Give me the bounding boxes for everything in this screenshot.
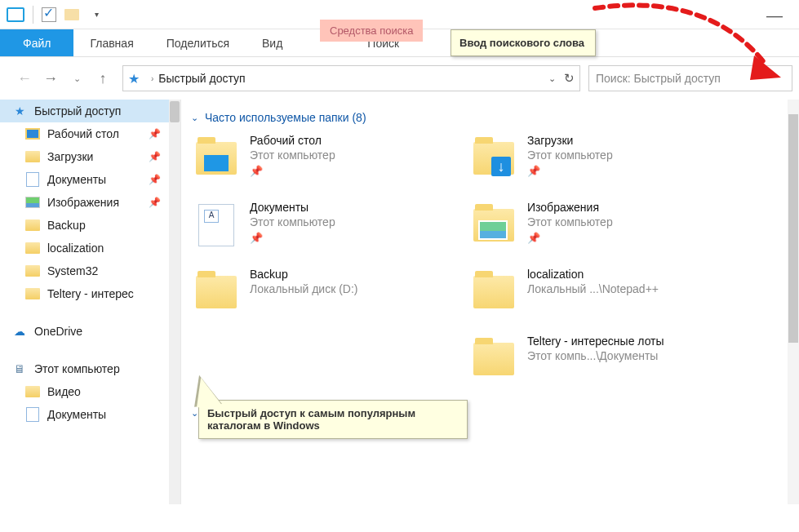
folder-icon: [24, 218, 41, 233]
app-icon[interactable]: [5, 4, 26, 25]
pin-icon: 📌: [527, 165, 613, 177]
folder-grid: Рабочий стол Этот компьютер 📌 Загрузки Э…: [191, 134, 799, 401]
sidebar-scrollbar[interactable]: [169, 100, 180, 504]
breadcrumb[interactable]: Быстрый доступ: [158, 72, 245, 85]
address-bar[interactable]: ★ › Быстрый доступ ⌄ ↻: [122, 65, 580, 91]
pin-icon: 📌: [149, 151, 161, 162]
tab-share[interactable]: Поделиться: [150, 29, 246, 56]
folder-icon: [191, 268, 242, 317]
sidebar-item-label: Документы: [47, 173, 106, 186]
qat-customize-button[interactable]: ▾: [84, 4, 105, 25]
sidebar-this-pc[interactable]: 🖥 Этот компьютер: [0, 357, 180, 380]
main-area: ★ Быстрый доступ Рабочий стол 📌 Загрузки…: [0, 100, 799, 504]
sidebar-item-downloads[interactable]: Загрузки 📌: [0, 145, 180, 168]
qat-newfolder-button[interactable]: [61, 4, 82, 25]
search-tools-context-label: Средства поиска: [320, 20, 423, 42]
pin-icon: 📌: [149, 174, 161, 185]
sidebar-item-label: System32: [47, 264, 98, 277]
star-icon: ★: [11, 104, 28, 118]
address-dropdown-icon[interactable]: ⌄: [548, 73, 556, 84]
tile-name: Teltery - интересные лоты: [527, 335, 664, 348]
tile-name: Документы: [250, 201, 335, 214]
folder-icon: [24, 241, 41, 255]
group-label: Часто используемые папки (8): [205, 111, 366, 124]
desktop-icon: [24, 126, 41, 141]
sidebar-item-label: localization: [47, 242, 104, 255]
tile-teltery[interactable]: Teltery - интересные лоты Этот компь...\…: [468, 335, 746, 383]
tile-sub: Этот компь...\Документы: [527, 349, 664, 362]
this-pc-icon: 🖥: [11, 361, 28, 376]
pin-icon: 📌: [527, 232, 613, 244]
navigation-bar: ← → ⌄ ↑ ★ › Быстрый доступ ⌄ ↻ Поиск: Бы…: [0, 57, 799, 100]
sidebar-item-documents[interactable]: Документы 📌: [0, 168, 180, 191]
documents-folder-icon: [191, 201, 242, 250]
navigation-pane: ★ Быстрый доступ Рабочий стол 📌 Загрузки…: [0, 100, 181, 504]
downloads-folder-icon: [468, 134, 519, 183]
chevron-down-icon: ⌄: [191, 113, 198, 123]
group-frequent-header[interactable]: ⌄ Часто используемые папки (8): [191, 106, 799, 134]
nav-back-button[interactable]: ←: [13, 67, 36, 90]
tile-sub: Локальный диск (D:): [250, 282, 358, 295]
tab-file[interactable]: Файл: [0, 29, 73, 56]
tile-localization[interactable]: localization Локальный ...\Notepad++: [468, 268, 746, 317]
tile-desktop[interactable]: Рабочий стол Этот компьютер 📌: [191, 134, 468, 183]
sidebar-item-localization[interactable]: localization: [0, 237, 180, 259]
tile-sub: Локальный ...\Notepad++: [527, 282, 659, 295]
sidebar-item-label: Teltery - интерес: [47, 287, 134, 300]
sidebar-item-label: Изображения: [47, 196, 119, 209]
tile-name: Изображения: [527, 201, 613, 214]
tab-home[interactable]: Главная: [73, 29, 149, 56]
documents-icon: [24, 172, 41, 187]
folder-icon: [468, 268, 519, 317]
sidebar-item-label: Рабочий стол: [47, 127, 119, 140]
tile-name: Рабочий стол: [250, 134, 335, 147]
tile-pictures[interactable]: Изображения Этот компьютер 📌: [468, 201, 746, 250]
pin-icon: 📌: [250, 232, 335, 244]
downloads-icon: [24, 149, 41, 164]
sidebar-item-label: Быстрый доступ: [34, 104, 121, 117]
tile-sub: Этот компьютер: [250, 149, 335, 162]
pin-icon: 📌: [149, 128, 161, 140]
tile-sub: Этот компьютер: [527, 215, 613, 228]
sidebar-item-backup[interactable]: Backup: [0, 214, 180, 237]
refresh-icon[interactable]: ↻: [564, 71, 575, 86]
nav-up-button[interactable]: ↑: [91, 67, 114, 90]
content-pane: ⌄ Часто используемые папки (8) Рабочий с…: [181, 100, 799, 504]
sidebar-item-label: Видео: [47, 385, 81, 398]
sidebar-item-label: OneDrive: [34, 325, 82, 338]
tile-name: Backup: [250, 268, 358, 281]
sidebar-quick-access[interactable]: ★ Быстрый доступ: [0, 100, 180, 122]
tile-name: localization: [527, 268, 659, 281]
sidebar-onedrive[interactable]: ☁ OneDrive: [0, 320, 180, 343]
pin-icon: 📌: [250, 165, 335, 177]
pictures-icon: [24, 195, 41, 210]
sidebar-item-label: Загрузки: [47, 150, 93, 163]
documents-icon: [24, 407, 41, 422]
sidebar-item-documents-pc[interactable]: Документы: [0, 403, 180, 426]
chevron-down-icon: ⌄: [191, 408, 198, 419]
sidebar-item-system32[interactable]: System32: [0, 259, 180, 282]
tile-downloads[interactable]: Загрузки Этот компьютер 📌: [468, 134, 746, 183]
desktop-folder-icon: [191, 134, 242, 183]
nav-history-dropdown[interactable]: ⌄: [65, 67, 88, 90]
onedrive-icon: ☁: [11, 324, 28, 339]
qat-properties-button[interactable]: [38, 4, 60, 25]
sidebar-item-teltery[interactable]: Teltery - интерес: [0, 282, 180, 305]
nav-forward-button[interactable]: →: [39, 67, 62, 90]
sidebar-item-pictures[interactable]: Изображения 📌: [0, 191, 180, 214]
callout-search-hint: Ввод поискового слова: [451, 29, 596, 56]
callout-quick-access-hint: Быстрый доступ к самым популярным катало…: [198, 400, 468, 439]
minimize-button[interactable]: —: [766, 7, 783, 25]
tab-view[interactable]: Вид: [246, 29, 299, 56]
chevron-right-icon: ›: [151, 74, 153, 83]
search-input[interactable]: Поиск: Быстрый доступ: [588, 65, 792, 91]
tile-backup[interactable]: Backup Локальный диск (D:): [191, 268, 468, 317]
pictures-folder-icon: [468, 201, 519, 250]
sidebar-item-label: Этот компьютер: [34, 362, 120, 375]
content-scrollbar[interactable]: [788, 100, 799, 504]
sidebar-item-desktop[interactable]: Рабочий стол 📌: [0, 122, 180, 145]
tile-documents[interactable]: Документы Этот компьютер 📌: [191, 201, 468, 250]
sidebar-item-videos[interactable]: Видео: [0, 380, 180, 403]
sidebar-item-label: Документы: [47, 408, 106, 421]
tile-sub: Этот компьютер: [250, 215, 335, 228]
